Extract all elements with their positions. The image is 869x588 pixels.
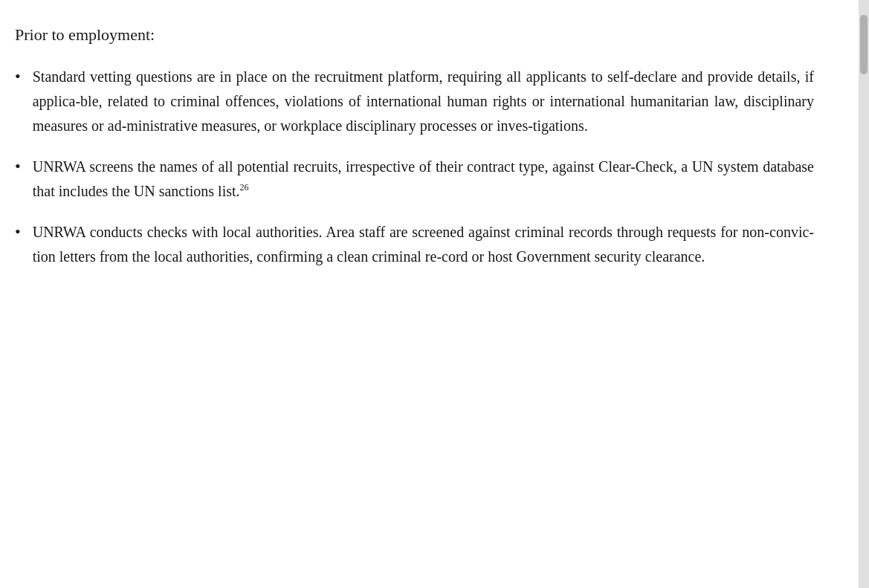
bullet-text-2: UNRWA screens the names of all potential…	[33, 155, 814, 204]
list-item: • UNRWA screens the names of all potenti…	[15, 155, 814, 204]
list-item: • UNRWA conducts checks with local autho…	[15, 220, 814, 269]
scrollbar[interactable]	[859, 0, 869, 588]
bullet-dot-3: •	[15, 219, 21, 245]
content-area: Prior to employment: • Standard vetting …	[0, 0, 859, 588]
bullet-dot-2: •	[15, 153, 21, 180]
scrollbar-thumb[interactable]	[860, 15, 868, 74]
list-item: • Standard vetting questions are in plac…	[15, 65, 814, 138]
bullet-dot-1: •	[15, 63, 21, 90]
footnote-26: 26	[240, 182, 249, 193]
bullet-text-3: UNRWA conducts checks with local authori…	[33, 220, 814, 269]
bullet-text-1: Standard vetting questions are in place …	[33, 65, 814, 138]
section-heading: Prior to employment:	[15, 24, 814, 47]
bullet-list: • Standard vetting questions are in plac…	[15, 65, 814, 269]
